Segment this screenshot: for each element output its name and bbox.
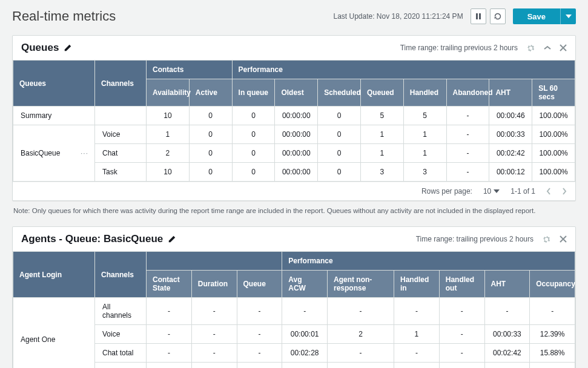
col-queued[interactable]: Queued <box>360 79 403 107</box>
col-agent-login[interactable]: Agent Login <box>13 252 95 298</box>
edit-icon[interactable] <box>168 235 176 243</box>
col-queue[interactable]: Queue <box>237 271 282 298</box>
row-more-icon[interactable]: ··· <box>81 149 88 157</box>
col-queues[interactable]: Queues <box>13 61 95 107</box>
queues-pager: Rows per page: 10 1-1 of 1 <box>13 182 575 200</box>
gear-icon[interactable] <box>526 44 535 53</box>
col-availability[interactable]: Availability <box>147 79 190 107</box>
colgroup-contacts: Contacts <box>147 61 233 79</box>
collapse-icon[interactable] <box>544 45 551 50</box>
col-aht[interactable]: AHT <box>484 271 530 298</box>
table-row: Chat total - - - 00:02:28 - - - 00:02:42… <box>13 344 575 363</box>
col-aht[interactable]: AHT <box>489 79 532 107</box>
queues-time-range: Time range: trailing previous 2 hours <box>400 44 518 52</box>
col-oldest[interactable]: Oldest <box>275 79 318 107</box>
table-row: BasicQueue ··· Voice 1 0 0 00:00:00 0 1 … <box>13 125 575 144</box>
refresh-button[interactable] <box>490 8 506 24</box>
last-update: Last Update: Nov 18, 2020 11:21:24 PM <box>333 12 463 21</box>
agents-panel: Agents - Queue: BasicQueue Time range: t… <box>12 226 576 368</box>
rows-per-page-select[interactable]: 10 <box>483 187 500 196</box>
col-sl60[interactable]: SL 60 secs <box>532 79 575 107</box>
pause-button[interactable] <box>471 8 486 24</box>
agents-time-range: Time range: trailing previous 2 hours <box>416 235 533 243</box>
header-actions: Last Update: Nov 18, 2020 11:21:24 PM Sa… <box>333 8 576 24</box>
col-handled[interactable]: Handled <box>403 79 446 107</box>
prev-page-icon[interactable] <box>546 188 551 195</box>
close-icon[interactable] <box>560 235 567 243</box>
queues-panel: Queues Time range: trailing previous 2 h… <box>12 35 576 201</box>
save-dropdown[interactable] <box>560 8 576 24</box>
queues-title: Queues <box>21 42 72 54</box>
svg-rect-1 <box>479 13 481 19</box>
col-non-response[interactable]: Agent non-response <box>328 271 394 298</box>
edit-icon[interactable] <box>64 44 72 52</box>
agents-table: Agent Login Channels Performance Contact… <box>13 251 575 368</box>
col-duration[interactable]: Duration <box>191 271 237 298</box>
table-row: Summary 10 0 0 00:00:00 0 5 5 - 00:00:46… <box>13 107 575 125</box>
col-avg-acw[interactable]: Avg ACW <box>282 271 328 298</box>
page-title: Real-time metrics <box>12 8 116 24</box>
next-page-icon[interactable] <box>562 188 567 195</box>
col-abandoned[interactable]: Abandoned <box>446 79 489 107</box>
col-contact-state[interactable]: Contact State <box>147 271 192 298</box>
queues-table: Queues Channels Contacts Performance Ava… <box>13 60 575 182</box>
table-row: Chat 2 0 0 00:00:00 0 1 1 - 00:02:42 100… <box>13 144 575 163</box>
queues-note: Note: Only queues for which there was ac… <box>13 207 575 214</box>
col-occupancy[interactable]: Occupancy <box>530 271 575 298</box>
table-row: Task total - - - 00:00:01 - - - 00:00:12… <box>13 363 575 369</box>
col-scheduled[interactable]: Scheduled <box>318 79 361 107</box>
col-in-queue[interactable]: In queue <box>232 79 275 107</box>
close-icon[interactable] <box>560 44 567 51</box>
svg-rect-0 <box>476 13 478 19</box>
save-button[interactable]: Save <box>513 8 560 24</box>
col-channels[interactable]: Channels <box>95 61 147 107</box>
colgroup-performance: Performance <box>282 252 575 271</box>
gear-icon[interactable] <box>542 235 551 244</box>
colgroup-performance: Performance <box>232 61 575 79</box>
table-row: Voice - - - 00:00:01 2 1 - 00:00:33 12.3… <box>13 325 575 344</box>
col-handled-in[interactable]: Handled in <box>394 271 440 298</box>
table-row: Task 10 0 0 00:00:00 0 3 3 - 00:00:12 10… <box>13 163 575 182</box>
col-active[interactable]: Active <box>189 79 232 107</box>
col-handled-out[interactable]: Handled out <box>439 271 484 298</box>
col-channels[interactable]: Channels <box>95 252 147 298</box>
table-row: Agent One All channels - - - - - - - - - <box>13 298 575 325</box>
colgroup-blank <box>147 252 282 271</box>
agents-title: Agents - Queue: BasicQueue <box>21 233 176 245</box>
